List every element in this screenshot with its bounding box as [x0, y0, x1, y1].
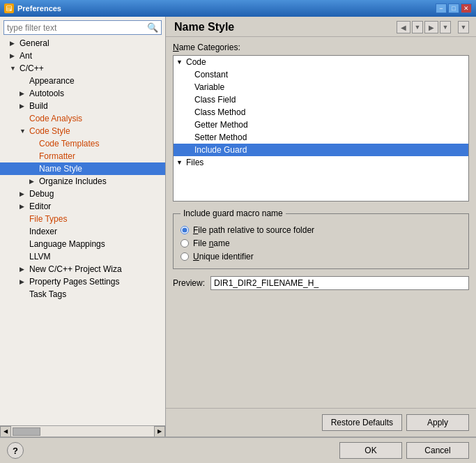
radio-label-unique-id: Unique identifier: [193, 252, 254, 261]
hscroll-track[interactable]: [11, 426, 154, 437]
category-class-method[interactable]: Class Method: [174, 106, 468, 119]
category-code[interactable]: ▼ Code: [174, 56, 468, 68]
sidebar-item-name-style[interactable]: Name Style: [0, 162, 165, 175]
hscroll-thumb[interactable]: [13, 427, 40, 436]
sidebar-item-label: Code Style: [29, 126, 70, 136]
search-input[interactable]: [7, 23, 147, 33]
sidebar-item-ant[interactable]: ▶ Ant: [0, 50, 165, 62]
sidebar-item-editor[interactable]: ▶ Editor: [0, 200, 165, 213]
cancel-button[interactable]: Cancel: [406, 442, 469, 459]
help-button[interactable]: ?: [7, 442, 24, 459]
preview-row: Preview:: [173, 276, 469, 290]
category-label: Constant: [194, 70, 228, 79]
hscroll-right[interactable]: ▶: [154, 426, 165, 437]
expand-arrow: [20, 241, 29, 248]
sidebar: 🔍 ▶ General ▶ Ant ▼ C/C++: [0, 17, 166, 437]
expand-arrow: [20, 228, 29, 235]
category-setter-method[interactable]: Setter Method: [174, 131, 468, 144]
preview-input[interactable]: [210, 276, 469, 290]
nav-back-dropdown[interactable]: ▼: [412, 21, 423, 33]
nav-forward-dropdown[interactable]: ▼: [440, 21, 451, 33]
include-guard-legend: Include guard macro name: [181, 208, 286, 218]
category-label: Files: [186, 158, 204, 167]
sidebar-item-code-style[interactable]: ▼ Code Style: [0, 125, 165, 137]
category-variable[interactable]: Variable: [174, 81, 468, 93]
sidebar-item-label: Organize Includes: [39, 176, 107, 186]
clear-search-icon[interactable]: 🔍: [147, 22, 158, 33]
close-button[interactable]: ✕: [461, 3, 472, 13]
cat-expand-arrow: [185, 146, 194, 153]
radio-row-file-path: File path relative to source folder: [181, 225, 461, 235]
right-panel: Name Style ◀ ▼ ▶ ▼ ▼ Name Categories:: [166, 17, 476, 437]
sidebar-item-formatter[interactable]: Formatter: [0, 150, 165, 162]
category-class-field[interactable]: Class Field: [174, 93, 468, 106]
svg-rect-3: [7, 10, 10, 10]
hscroll-left[interactable]: ◀: [0, 426, 11, 437]
expand-arrow: [20, 77, 29, 84]
main-container: 🔍 ▶ General ▶ Ant ▼ C/C++: [0, 17, 476, 463]
categories-list[interactable]: ▼ Code Constant Variable: [173, 55, 469, 202]
nav-menu-dropdown[interactable]: ▼: [458, 21, 469, 33]
minimize-button[interactable]: −: [436, 3, 447, 13]
sidebar-hscroll[interactable]: ◀ ▶: [0, 425, 165, 437]
sidebar-item-label: LLVM: [29, 252, 50, 261]
sidebar-item-label: Autotools: [29, 89, 64, 98]
dialog-buttons: OK Cancel: [339, 442, 469, 459]
expand-arrow: [20, 291, 29, 298]
sidebar-item-property-pages[interactable]: ▶ Property Pages Settings: [0, 275, 165, 288]
cat-expand-arrow: [185, 134, 194, 141]
title-bar: Preferences − □ ✕: [0, 0, 476, 17]
sidebar-item-cpp[interactable]: ▼ C/C++: [0, 62, 165, 75]
ok-button[interactable]: OK: [339, 442, 402, 459]
sidebar-item-label: Code Analysis: [29, 114, 82, 123]
window-controls[interactable]: − □ ✕: [436, 3, 472, 13]
right-panel-header: Name Style ◀ ▼ ▶ ▼ ▼: [166, 17, 476, 37]
category-files[interactable]: ▼ Files: [174, 156, 468, 169]
bottom-action-bar: Restore Defaults Apply: [166, 408, 476, 437]
sidebar-item-llvm[interactable]: LLVM: [0, 250, 165, 263]
sidebar-item-general[interactable]: ▶ General: [0, 37, 165, 50]
radio-file-name[interactable]: [181, 239, 189, 248]
restore-defaults-button[interactable]: Restore Defaults: [322, 414, 402, 431]
expand-arrow: ▶: [20, 203, 29, 210]
sidebar-item-code-templates[interactable]: Code Templates: [0, 137, 165, 150]
sidebar-item-label: C/C++: [20, 63, 44, 73]
radio-label-underline: U: [193, 252, 199, 261]
category-label: Variable: [194, 82, 224, 92]
expand-arrow: ▶: [20, 103, 29, 109]
category-getter-method[interactable]: Getter Method: [174, 119, 468, 131]
sidebar-item-debug[interactable]: ▶ Debug: [0, 188, 165, 200]
nav-forward-button[interactable]: ▶: [424, 21, 438, 33]
search-bar[interactable]: 🔍: [3, 20, 162, 35]
sidebar-item-code-analysis[interactable]: Code Analysis: [0, 112, 165, 125]
categories-label-underline: N: [173, 43, 179, 52]
sidebar-item-task-tags[interactable]: Task Tags: [0, 288, 165, 301]
sidebar-item-indexer[interactable]: Indexer: [0, 225, 165, 238]
sidebar-item-file-types[interactable]: File Types: [0, 213, 165, 225]
window-title: Preferences: [17, 4, 61, 13]
radio-label-file-name: File name: [193, 238, 230, 248]
category-label: Class Method: [194, 107, 245, 117]
apply-button[interactable]: Apply: [406, 414, 469, 431]
radio-row-file-name: File name: [181, 238, 461, 248]
sidebar-item-build[interactable]: ▶ Build: [0, 100, 165, 112]
cat-expand-arrow: [185, 121, 194, 128]
expand-arrow: ▶: [10, 52, 20, 59]
sidebar-item-new-cpp-wizard[interactable]: ▶ New C/C++ Project Wiza: [0, 263, 165, 275]
cat-expand-arrow: ▼: [176, 59, 186, 66]
category-include-guard[interactable]: Include Guard: [174, 144, 468, 156]
sidebar-item-appearance[interactable]: Appearance: [0, 75, 165, 87]
expand-arrow: ▶: [10, 40, 20, 47]
sidebar-item-autotools[interactable]: ▶ Autotools: [0, 87, 165, 100]
radio-file-path[interactable]: [181, 226, 189, 234]
sidebar-item-language-mappings[interactable]: Language Mappings: [0, 238, 165, 250]
radio-unique-id[interactable]: [181, 252, 189, 261]
category-constant[interactable]: Constant: [174, 68, 468, 81]
dialog-bottom-bar: ? OK Cancel: [0, 437, 476, 463]
sidebar-item-label: Task Tags: [29, 289, 66, 299]
category-label: Setter Method: [194, 132, 247, 142]
nav-back-button[interactable]: ◀: [397, 21, 410, 33]
maximize-button[interactable]: □: [448, 3, 459, 13]
sidebar-item-organize-includes[interactable]: ▶ Organize Includes: [0, 175, 165, 188]
nav-buttons[interactable]: ◀ ▼ ▶ ▼ ▼: [397, 21, 469, 33]
